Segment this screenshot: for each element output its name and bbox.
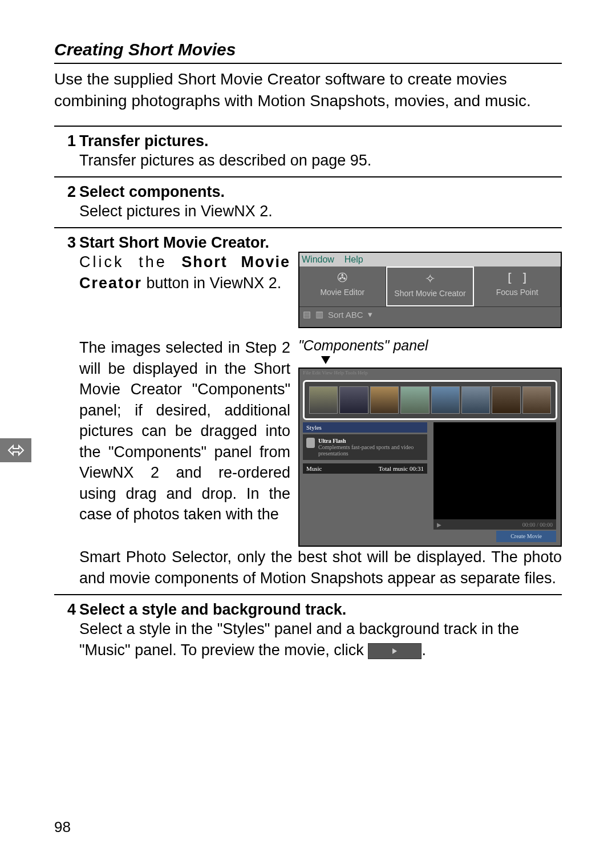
toolbar-focus-point-button[interactable]: [ ] Focus Point — [474, 267, 561, 306]
step-2-number: 2 — [54, 183, 79, 201]
step-1: 1 Transfer pictures. Transfer pictures a… — [54, 126, 562, 171]
thumbnail[interactable] — [400, 386, 429, 414]
view-detail-icon[interactable]: ▥ — [315, 309, 323, 320]
step-3-body-c: Smart Photo Selector, only the best shot… — [54, 547, 562, 588]
menu-help[interactable]: Help — [345, 255, 363, 264]
step-1-title: Transfer pictures. — [79, 132, 209, 150]
step-4-body-suffix: . — [422, 641, 426, 659]
step-4-body: Select a style in the "Styles" panel and… — [54, 619, 562, 660]
chevron-down-icon: ▾ — [368, 309, 372, 320]
music-panel-header[interactable]: Music Total music 00:31 — [303, 463, 427, 474]
figure-components-panel: "Components" panel File Edit View Help T… — [298, 337, 562, 547]
step-3-body-a-suffix: button in ViewNX 2. — [142, 274, 281, 292]
pointer-down-icon — [321, 356, 330, 364]
thumbnail[interactable] — [492, 386, 520, 414]
panel-menu-bar: File Edit View Help Tools Help — [299, 369, 561, 377]
step-3-number: 3 — [54, 234, 79, 252]
thumbnail[interactable] — [461, 386, 490, 414]
preview-area — [433, 422, 556, 528]
page-number: 98 — [54, 818, 71, 836]
figure-toolbar: Window Help ✇ Movie Editor ✧ Short Movie… — [298, 252, 562, 328]
play-icon[interactable]: ▶ — [437, 522, 441, 528]
style-thumb-icon — [306, 438, 315, 448]
timecode: 00:00 / 00:00 — [522, 522, 553, 528]
step-3-title: Start Short Movie Creator. — [79, 234, 269, 252]
music-label: Music — [306, 465, 322, 472]
step-2-body: Select pictures in ViewNX 2. — [54, 201, 562, 221]
step-1-number: 1 — [54, 132, 79, 150]
step-3-body-b: The images selected in Step 2 will be di… — [79, 337, 290, 547]
section-title: Creating Short Movies — [54, 40, 562, 64]
step-2-title: Select components. — [79, 183, 225, 201]
step-3-body-a: Click the Short Movie Creator button in … — [79, 252, 290, 328]
preview-play-button[interactable] — [368, 643, 422, 659]
thumbnail[interactable] — [370, 386, 399, 414]
toolbar-focus-point-label: Focus Point — [496, 288, 538, 297]
styles-panel-header[interactable]: Styles — [303, 422, 427, 433]
toolbar-short-movie-creator-button[interactable]: ✧ Short Movie Creator — [386, 267, 475, 306]
menu-window[interactable]: Window — [302, 255, 334, 264]
thumbnail[interactable] — [339, 386, 368, 414]
components-thumbnail-row[interactable] — [303, 380, 557, 420]
step-1-body: Transfer pictures as described on page 9… — [54, 150, 562, 171]
create-movie-button[interactable]: Create Movie — [496, 531, 556, 542]
intro-text: Use the supplied Short Movie Creator sof… — [54, 68, 562, 112]
step-3: 3 Start Short Movie Creator. Click the S… — [54, 227, 562, 588]
style-name: Ultra Flash — [318, 438, 424, 444]
toolbar-movie-editor-label: Movie Editor — [320, 288, 364, 297]
play-bar[interactable]: ▶ 00:00 / 00:00 — [433, 519, 556, 530]
panel-caption: "Components" panel — [298, 337, 562, 354]
view-grid-icon[interactable]: ▤ — [303, 309, 311, 320]
step-4: 4 Select a style and background track. S… — [54, 594, 562, 660]
step-4-number: 4 — [54, 601, 79, 619]
music-info: Total music 00:31 — [379, 465, 424, 472]
style-item[interactable]: Ultra Flash Complements fast-paced sport… — [303, 434, 427, 460]
film-reel-icon: ✇ — [301, 269, 384, 287]
thumbnail[interactable] — [309, 386, 338, 414]
wand-icon: ✧ — [388, 270, 472, 288]
connect-icon — [7, 443, 25, 458]
sidebar-tab — [0, 438, 31, 462]
toolbar-short-movie-creator-label: Short Movie Creator — [394, 289, 465, 298]
step-2: 2 Select components. Select pictures in … — [54, 176, 562, 221]
step-4-body-prefix: Select a style in the "Styles" panel and… — [79, 620, 519, 658]
step-3-body-a-prefix: Click the — [79, 253, 181, 271]
thumbnail[interactable] — [522, 386, 551, 414]
toolbar-movie-editor-button[interactable]: ✇ Movie Editor — [299, 267, 386, 306]
step-4-title: Select a style and background track. — [79, 601, 346, 619]
focus-icon: [ ] — [475, 269, 559, 287]
thumbnail[interactable] — [431, 386, 460, 414]
sort-dropdown[interactable]: Sort ABC — [328, 310, 363, 320]
style-description: Complements fast-paced sports and video … — [318, 444, 424, 457]
